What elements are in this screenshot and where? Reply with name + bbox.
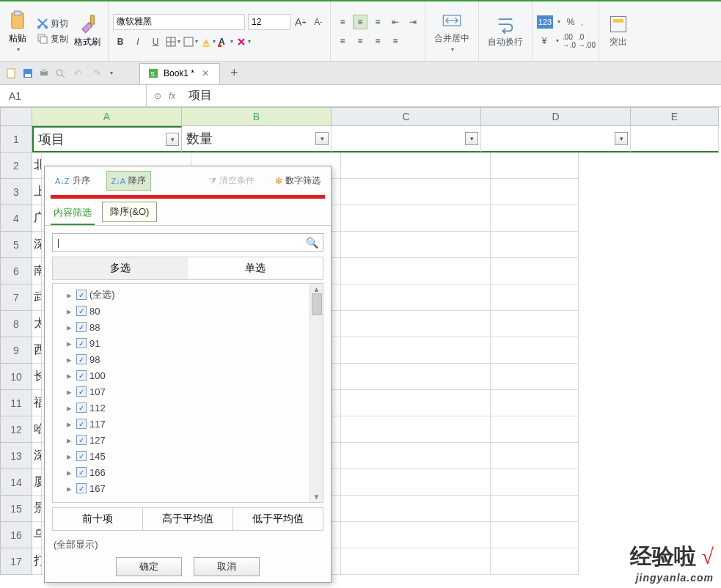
filter-item[interactable]: ▸✓98 (65, 351, 310, 367)
filter-item[interactable]: ▸✓145 (65, 448, 310, 464)
col-header-C[interactable]: C (332, 107, 481, 126)
cell[interactable] (341, 284, 491, 311)
number-filter-button[interactable]: ✻ 数字筛选 (271, 172, 325, 190)
filter-item[interactable]: ▸✓166 (65, 464, 310, 480)
row-header[interactable]: 5 (0, 232, 32, 258)
filter-toggle-icon[interactable]: ▾ (166, 133, 179, 146)
cell[interactable] (341, 232, 491, 258)
new-file-icon[interactable] (6, 67, 18, 79)
ok-button[interactable]: 确定 (116, 557, 182, 576)
qat-more-icon[interactable]: ▾ (110, 70, 113, 76)
filter-toggle-icon[interactable]: ▾ (315, 132, 329, 145)
cell[interactable]: 上 (32, 179, 42, 205)
row-header[interactable]: 8 (0, 311, 32, 337)
underline-button[interactable]: U (148, 34, 163, 49)
decrease-decimal-icon[interactable]: .0→.00 (579, 34, 594, 48)
align-middle-icon[interactable]: ≡ (353, 15, 367, 29)
paste-button[interactable]: 粘贴▾ (4, 7, 31, 56)
row-header[interactable]: 4 (0, 205, 32, 232)
cell[interactable] (341, 364, 491, 390)
row-header[interactable]: 14 (0, 469, 32, 496)
expand-icon[interactable]: ▸ (65, 354, 73, 365)
filter-item[interactable]: ▸✓117 (65, 416, 310, 432)
scroll-down-icon[interactable]: ▼ (313, 493, 321, 501)
checkbox-icon[interactable]: ✓ (76, 322, 87, 332)
expand-icon[interactable]: ▸ (65, 483, 73, 494)
checkbox-icon[interactable]: ✓ (76, 338, 87, 348)
currency-button[interactable]: ¥ (537, 34, 552, 48)
italic-button[interactable]: I (131, 34, 145, 49)
cell[interactable] (341, 443, 491, 469)
expand-icon[interactable]: ▸ (65, 306, 73, 317)
cell[interactable]: 数量▾ (182, 126, 332, 152)
cell[interactable]: 福 (32, 390, 42, 416)
cell[interactable] (341, 205, 491, 232)
cell[interactable]: 西 (32, 337, 42, 364)
cell[interactable] (341, 179, 491, 205)
above-avg-button[interactable]: 高于平均值 (143, 508, 233, 530)
cell[interactable] (341, 390, 491, 416)
sort-asc-button[interactable]: A↓Z 升序 (51, 172, 95, 190)
font-size-select[interactable] (248, 14, 290, 30)
cell[interactable] (341, 152, 491, 179)
align-center-icon[interactable]: ≡ (353, 34, 367, 48)
percent-button[interactable]: % (563, 15, 578, 29)
increase-decimal-icon[interactable]: .00→.0 (562, 34, 577, 48)
number-format-icon[interactable]: 123 (537, 15, 553, 29)
cell[interactable] (491, 416, 579, 443)
expand-icon[interactable]: ▸ (65, 419, 73, 430)
cell[interactable]: ▾ (481, 126, 631, 152)
font-name-select[interactable] (113, 14, 245, 30)
col-header-A[interactable]: A (32, 107, 182, 126)
row-header[interactable]: 2 (0, 152, 32, 179)
cell[interactable]: 景 (32, 496, 42, 522)
col-header-E[interactable]: E (631, 107, 719, 126)
checkbox-icon[interactable]: ✓ (76, 290, 87, 300)
row-header[interactable]: 6 (0, 258, 32, 284)
redo-icon[interactable]: ↷ (89, 66, 104, 81)
cancel-button[interactable]: 取消 (194, 557, 260, 576)
col-header-D[interactable]: D (481, 107, 631, 126)
scroll-up-icon[interactable]: ▲ (313, 285, 321, 293)
checkbox-icon[interactable]: ✓ (76, 386, 87, 397)
row-header[interactable]: 11 (0, 390, 32, 416)
select-all-corner[interactable] (0, 107, 32, 126)
merge-center-button[interactable]: 合并居中▾ (430, 7, 474, 56)
cut-button[interactable]: 剪切 (37, 18, 68, 30)
copy-button[interactable]: 复制 (37, 33, 68, 45)
borders-button[interactable]: ▾ (166, 34, 180, 49)
search-icon[interactable]: 🔍 (306, 237, 318, 249)
row-header[interactable]: 13 (0, 443, 32, 469)
row-header[interactable]: 10 (0, 364, 32, 390)
row-header[interactable]: 16 (0, 522, 32, 548)
filter-item[interactable]: ▸✓100 (65, 367, 310, 383)
preview-icon[interactable] (54, 67, 66, 79)
align-bottom-icon[interactable]: ≡ (370, 15, 385, 29)
cell[interactable]: 南 (32, 258, 42, 284)
increase-indent-icon[interactable]: ⇥ (406, 15, 420, 29)
align-left-icon[interactable]: ≡ (335, 34, 350, 48)
top10-button[interactable]: 前十项 (53, 508, 143, 530)
cell[interactable] (491, 284, 579, 311)
cell[interactable] (491, 337, 579, 364)
align-top-icon[interactable]: ≡ (335, 15, 350, 29)
expand-icon[interactable]: ▸ (65, 322, 73, 333)
filter-item[interactable]: ▸✓107 (65, 383, 310, 400)
decrease-font-icon[interactable]: A- (311, 15, 326, 29)
cell[interactable]: 长 (32, 364, 42, 390)
filter-search[interactable]: | 🔍 (52, 233, 323, 252)
cell[interactable]: 打 (32, 548, 42, 575)
highlight-button[interactable]: 突出 (604, 11, 633, 51)
cell[interactable] (491, 205, 579, 232)
filter-toggle-icon[interactable]: ▾ (615, 132, 628, 145)
cell[interactable] (491, 496, 579, 522)
cell[interactable] (341, 258, 491, 284)
row-header[interactable]: 1 (0, 126, 32, 152)
cell[interactable] (341, 496, 491, 522)
checkbox-icon[interactable]: ✓ (76, 419, 87, 429)
checkbox-icon[interactable]: ✓ (76, 435, 87, 445)
expand-icon[interactable]: ▸ (65, 451, 73, 462)
sort-desc-button[interactable]: Z↓A 降序 (106, 171, 152, 191)
mode-single[interactable]: 单选 (188, 257, 323, 279)
increase-font-icon[interactable]: A+ (293, 15, 308, 29)
